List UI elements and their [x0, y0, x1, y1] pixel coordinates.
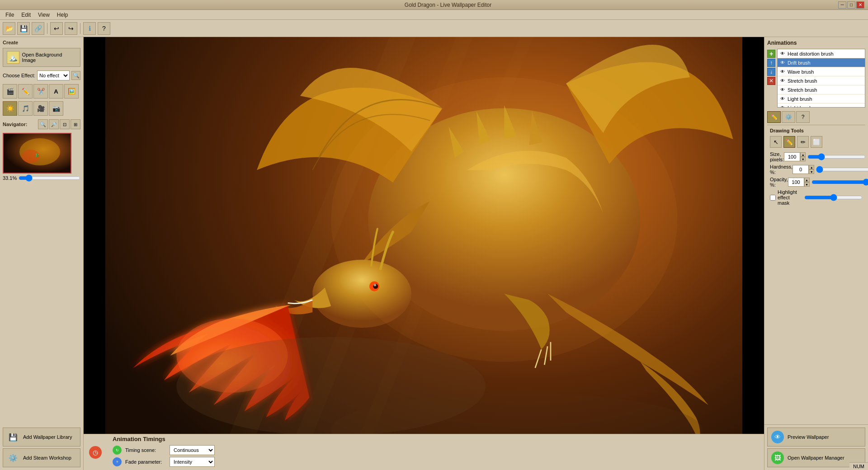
tool-video[interactable]: 🎬: [3, 84, 17, 99]
menu-file[interactable]: File: [2, 11, 18, 19]
dt-eraser-small[interactable]: ✏: [797, 136, 809, 148]
nav-zoom-in[interactable]: 🔍: [38, 119, 48, 129]
size-down[interactable]: ▼: [800, 157, 806, 161]
nav-actual[interactable]: ⊞: [71, 119, 80, 129]
anim-eye-3[interactable]: 👁: [779, 69, 786, 75]
anim-add-button[interactable]: +: [767, 50, 775, 58]
anim-eye-4[interactable]: 👁: [779, 78, 786, 84]
animations-list[interactable]: 👁 Heat distortion brush 👁 Drift brush 👁 …: [777, 49, 865, 108]
right-panel-top: Animations + ↑ ↓ ✕ 👁 Heat distortion bru…: [764, 37, 868, 424]
tool-camera[interactable]: 📷: [49, 101, 63, 116]
titlebar: Gold Dragon - Live Wallpaper Editor ─ □ …: [0, 0, 868, 10]
maximize-button[interactable]: □: [847, 1, 855, 9]
anim-item-5[interactable]: 👁 Stretch brush: [778, 85, 865, 94]
svg-rect-9: [742, 37, 764, 470]
animation-timings-icon: ◷: [89, 446, 102, 459]
window-controls: ─ □ ✕: [838, 1, 864, 9]
timing-scene-select[interactable]: Continuous Once Loop: [170, 445, 215, 455]
tool-audio[interactable]: 🎵: [18, 101, 33, 116]
navigator-controls: 🔍 🔎 ⊡ ⊞: [38, 119, 80, 129]
tool-video2[interactable]: 🎥: [33, 101, 48, 116]
tool-text[interactable]: A: [49, 84, 63, 99]
nav-fit[interactable]: ⊡: [60, 119, 70, 129]
size-slider[interactable]: [807, 154, 866, 160]
drawing-tool-icons: ↖ ✏️ ✏ ⬜: [770, 136, 863, 148]
tool-pencil[interactable]: ✏️: [18, 84, 33, 99]
anim-item-1[interactable]: 👁 Heat distortion brush: [778, 49, 865, 58]
open-wallpaper-manager-icon: 🖼: [771, 451, 784, 464]
tool-scissors[interactable]: ✂️: [33, 84, 48, 99]
close-button[interactable]: ✕: [856, 1, 864, 9]
zoom-slider[interactable]: [19, 176, 80, 180]
menu-edit[interactable]: Edit: [18, 11, 34, 19]
anim-eye-1[interactable]: 👁: [779, 51, 786, 57]
size-input-group: ▲ ▼: [784, 152, 806, 161]
add-steam-workshop-button[interactable]: ⚙️ Add Steam Workshop: [3, 448, 80, 467]
size-input[interactable]: [784, 152, 800, 161]
anim-up-button[interactable]: ↑: [767, 59, 775, 67]
toolbar-info[interactable]: ℹ: [83, 22, 96, 35]
anim-item-label-7: Light brush: [788, 105, 812, 108]
opacity-slider[interactable]: [811, 179, 868, 185]
fade-param-select[interactable]: Intensity Opacity Color: [170, 457, 215, 467]
anim-eye-2[interactable]: 👁: [779, 60, 786, 66]
opacity-spinners: ▲ ▼: [804, 178, 810, 187]
statusbar-text: NUM: [853, 464, 864, 469]
dt-brush[interactable]: ✏️: [783, 136, 795, 148]
anim-down-button[interactable]: ↓: [767, 68, 775, 76]
highlight-checkbox[interactable]: [770, 195, 776, 201]
nav-zoom-out[interactable]: 🔎: [49, 119, 59, 129]
fade-param-row: ? Fade parameter: Intensity Opacity Colo…: [113, 457, 215, 467]
toolbar-open[interactable]: 📂: [3, 22, 15, 35]
toolbar-help[interactable]: ?: [98, 22, 110, 35]
minimize-button[interactable]: ─: [838, 1, 846, 9]
anim-delete-button[interactable]: ✕: [767, 77, 775, 85]
tool-tab-effects[interactable]: ⚙️: [782, 111, 795, 123]
preview-wallpaper-button[interactable]: 👁 Preview Wallpaper: [767, 428, 865, 446]
hardness-row: Hardness, %: ▲ ▼: [770, 164, 863, 175]
anim-item-4[interactable]: 👁 Stretch brush: [778, 76, 865, 85]
anim-eye-5[interactable]: 👁: [779, 87, 786, 93]
highlight-slider[interactable]: [804, 195, 863, 200]
hardness-down[interactable]: ▼: [809, 169, 814, 174]
svg-rect-8: [84, 37, 105, 470]
hardness-input[interactable]: [793, 165, 809, 174]
effect-search-icon[interactable]: 🔍: [71, 71, 80, 80]
size-up[interactable]: ▲: [800, 152, 806, 157]
hardness-up[interactable]: ▲: [809, 165, 814, 169]
drawing-tools-title: Drawing Tools: [770, 128, 863, 133]
animations-header: + ↑ ↓ ✕ 👁 Heat distortion brush 👁 D: [767, 49, 865, 109]
anim-eye-6[interactable]: 👁: [779, 96, 786, 102]
tool-effects[interactable]: ☀️: [3, 101, 17, 116]
toolbar-link[interactable]: 🔗: [32, 22, 44, 35]
anim-item-6[interactable]: 👁 Light brush: [778, 94, 865, 103]
anim-eye-7[interactable]: 👁: [779, 105, 786, 108]
opacity-up[interactable]: ▲: [804, 178, 810, 182]
toolbar-undo[interactable]: ↩: [50, 22, 63, 35]
tool-tab-help[interactable]: ?: [796, 111, 810, 123]
anim-item-3[interactable]: 👁 Wave brush: [778, 67, 865, 76]
tool-tab-cursor[interactable]: ✏️: [767, 111, 781, 123]
toolbar-redo[interactable]: ↪: [65, 22, 77, 35]
opacity-down[interactable]: ▼: [804, 182, 810, 187]
menu-help[interactable]: Help: [53, 11, 72, 19]
anim-item-2[interactable]: 👁 Drift brush: [778, 58, 865, 67]
preview-wallpaper-label: Preview Wallpaper: [788, 434, 829, 440]
opacity-input[interactable]: [788, 178, 804, 187]
effect-select[interactable]: No effect Blur Sharpen: [37, 70, 70, 80]
toolbar-save[interactable]: 💾: [17, 22, 30, 35]
add-wallpaper-library-button[interactable]: 💾 Add Wallpaper Library: [3, 428, 80, 446]
anim-item-7[interactable]: 👁 Light brush: [778, 103, 865, 108]
menu-view[interactable]: View: [34, 11, 53, 19]
dt-cursor[interactable]: ↖: [770, 136, 782, 148]
dt-eraser[interactable]: ⬜: [811, 136, 822, 148]
hardness-input-group: ▲ ▼: [793, 165, 814, 174]
open-background-button[interactable]: 🏔️ Open Background Image: [3, 48, 80, 67]
tool-image[interactable]: 🖼️: [64, 84, 79, 99]
svg-text:🐉: 🐉: [35, 153, 39, 157]
anim-item-label-1: Heat distortion brush: [788, 51, 834, 56]
hardness-slider[interactable]: [816, 167, 868, 172]
toolbar: 📂 💾 🔗 ↩ ↪ ℹ ?: [0, 20, 868, 37]
timing-scene-row: ↻ Timing scene: Continuous Once Loop: [113, 445, 215, 455]
left-panel-bottom: 💾 Add Wallpaper Library ⚙️ Add Steam Wor…: [0, 425, 83, 470]
